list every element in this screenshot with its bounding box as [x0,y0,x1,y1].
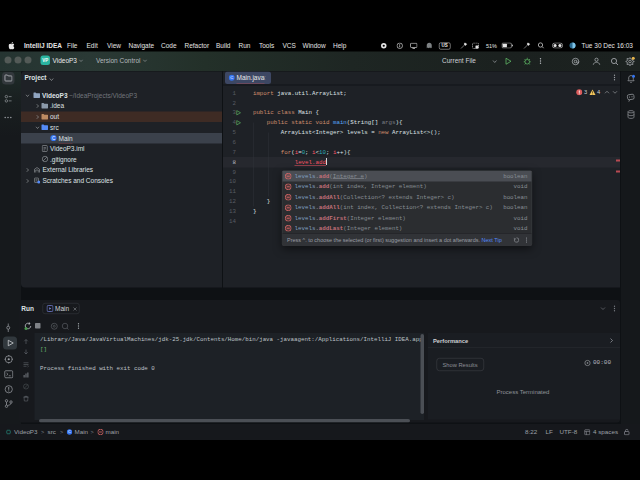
svg-text:C: C [230,75,233,80]
svg-text:C: C [68,430,71,434]
